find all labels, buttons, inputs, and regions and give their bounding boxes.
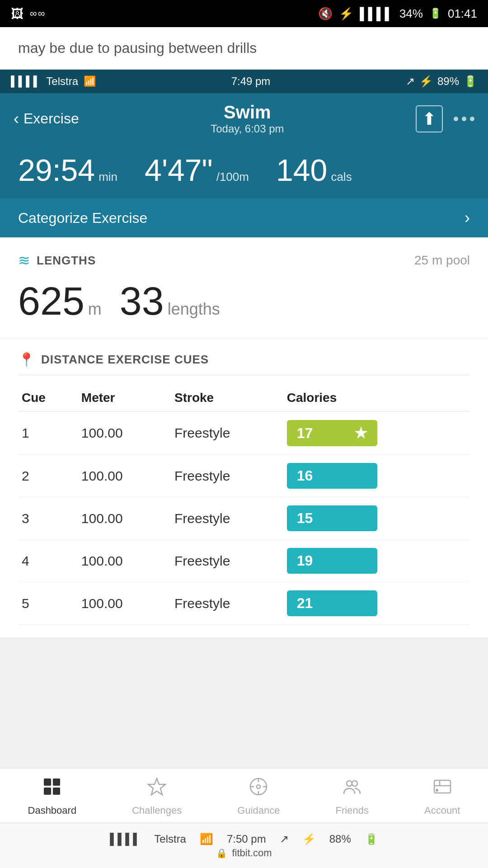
svg-rect-0 bbox=[44, 778, 51, 786]
bottom-signal-icon: ▌▌▌▌ bbox=[110, 833, 141, 845]
nav-item-account[interactable]: Account bbox=[424, 777, 460, 816]
battery-icon: 🔋 bbox=[429, 8, 441, 19]
calorie-value: 21 bbox=[297, 595, 313, 612]
stat-duration-unit: min bbox=[99, 170, 117, 184]
pool-size: 25 m pool bbox=[414, 253, 470, 268]
dot-1 bbox=[454, 117, 458, 121]
calorie-badge: 21 bbox=[287, 590, 377, 616]
status-bar-bottom: ▌▌▌▌ Telstra 📶 7:50 pm ↗ ⚡ 88% 🔋 🔒 fitbi… bbox=[0, 823, 488, 868]
cell-calories: 15 bbox=[283, 497, 470, 540]
back-chevron-icon: ‹ bbox=[14, 109, 19, 128]
cell-meter: 100.00 bbox=[78, 412, 171, 455]
bottom-url-row: 🔒 fitbit.com bbox=[216, 847, 272, 859]
dashboard-icon bbox=[42, 777, 62, 801]
table-row: 2100.00Freestyle16 bbox=[18, 455, 470, 497]
voicemail-icon: ∞∞ bbox=[30, 8, 46, 19]
wave-icon: ≋ bbox=[18, 252, 30, 269]
top-note-text: may be due to pausing between drills bbox=[0, 27, 488, 70]
nav-item-dashboard[interactable]: Dashboard bbox=[28, 777, 77, 816]
distance-stat: 625 m bbox=[18, 278, 102, 324]
categorize-chevron-icon: › bbox=[465, 208, 470, 227]
guidance-icon bbox=[249, 777, 268, 801]
inner-location-icon: ↗ bbox=[406, 75, 415, 88]
stat-duration-value: 29:54 bbox=[18, 152, 95, 188]
calorie-value: 17 bbox=[297, 425, 313, 442]
svg-rect-1 bbox=[53, 778, 60, 786]
exercise-subtitle: Today, 6:03 pm bbox=[211, 123, 284, 135]
cell-meter: 100.00 bbox=[78, 455, 171, 497]
calorie-value: 15 bbox=[297, 510, 313, 527]
lengths-count-stat: 33 lengths bbox=[120, 278, 220, 324]
cell-cue: 5 bbox=[18, 582, 78, 625]
nav-label-dashboard: Dashboard bbox=[28, 805, 77, 816]
exercise-header: ‹ Exercise Swim Today, 6:03 pm ⬆ bbox=[0, 93, 488, 144]
lengths-section-header: ≋ LENGTHS 25 m pool bbox=[18, 252, 470, 269]
categorize-row[interactable]: Categorize Exercise › bbox=[0, 198, 488, 237]
dot-2 bbox=[462, 117, 466, 121]
cell-meter: 100.00 bbox=[78, 582, 171, 625]
battery-percent: 34% bbox=[399, 7, 423, 21]
table-row: 5100.00Freestyle21 bbox=[18, 582, 470, 625]
stat-calories-value: 140 bbox=[276, 152, 327, 188]
lengths-big-stats: 625 m 33 lengths bbox=[18, 278, 470, 324]
stat-pace: 4'47" /100m bbox=[145, 152, 249, 188]
stat-calories-unit: cals bbox=[331, 170, 352, 184]
cell-stroke: Freestyle bbox=[171, 455, 283, 497]
bluetooth-icon: ⚡ bbox=[339, 7, 353, 21]
nav-item-challenges[interactable]: Challenges bbox=[132, 777, 182, 816]
lengths-title: LENGTHS bbox=[37, 254, 96, 268]
cell-stroke: Freestyle bbox=[171, 497, 283, 540]
bottom-battery-icon: 🔋 bbox=[365, 833, 378, 845]
cell-cue: 3 bbox=[18, 497, 78, 540]
lock-icon: 🔒 bbox=[216, 848, 227, 859]
cues-table: Cue Meter Stroke Calories 1100.00Freesty… bbox=[18, 384, 470, 625]
calorie-badge: 17★ bbox=[287, 420, 377, 446]
cues-header-row: 📍 DISTANCE EXERCISE CUES bbox=[18, 352, 470, 375]
table-header-row: Cue Meter Stroke Calories bbox=[18, 384, 470, 412]
inner-carrier: Telstra bbox=[46, 75, 78, 88]
image-icon: 🖼 bbox=[11, 6, 23, 21]
back-label: Exercise bbox=[23, 110, 79, 127]
cell-calories: 19 bbox=[283, 540, 470, 582]
nav-item-friends[interactable]: Friends bbox=[336, 777, 369, 816]
clock: 01:41 bbox=[448, 7, 477, 21]
inner-time: 7:49 pm bbox=[231, 75, 271, 88]
stat-calories: 140 cals bbox=[276, 152, 352, 188]
fitbit-url: fitbit.com bbox=[232, 847, 272, 859]
inner-status-left: ▌▌▌▌ Telstra 📶 bbox=[11, 75, 96, 88]
signal-icon: ▌▌▌▌ bbox=[360, 7, 393, 21]
cues-title: DISTANCE EXERCISE CUES bbox=[41, 353, 209, 367]
more-options[interactable] bbox=[454, 117, 474, 121]
pin-icon: 📍 bbox=[18, 352, 35, 368]
svg-point-6 bbox=[257, 785, 260, 788]
cell-stroke: Freestyle bbox=[171, 412, 283, 455]
back-button[interactable]: ‹ Exercise bbox=[14, 109, 79, 128]
cell-calories: 21 bbox=[283, 582, 470, 625]
cell-cue: 4 bbox=[18, 540, 78, 582]
col-stroke: Stroke bbox=[171, 384, 283, 412]
table-row: 3100.00Freestyle15 bbox=[18, 497, 470, 540]
exercise-card: ▌▌▌▌ Telstra 📶 7:49 pm ↗ ⚡ 89% 🔋 ‹ Exerc… bbox=[0, 70, 488, 237]
inner-status-bar: ▌▌▌▌ Telstra 📶 7:49 pm ↗ ⚡ 89% 🔋 bbox=[0, 70, 488, 93]
stat-duration: 29:54 min bbox=[18, 152, 117, 188]
nav-label-friends: Friends bbox=[336, 805, 369, 816]
dot-3 bbox=[470, 117, 474, 121]
status-bar-right: 🔇 ⚡ ▌▌▌▌ 34% 🔋 01:41 bbox=[318, 7, 477, 21]
stat-pace-value: 4'47" bbox=[145, 152, 213, 188]
inner-battery-pct: 89% bbox=[437, 75, 459, 88]
stats-row: 29:54 min 4'47" /100m 140 cals bbox=[0, 144, 488, 198]
cell-stroke: Freestyle bbox=[171, 582, 283, 625]
lengths-count-unit: lengths bbox=[168, 300, 220, 319]
nav-item-guidance[interactable]: Guidance bbox=[237, 777, 280, 816]
lengths-count-value: 33 bbox=[120, 278, 164, 324]
mute-icon: 🔇 bbox=[318, 7, 333, 21]
calorie-badge: 15 bbox=[287, 505, 377, 531]
col-cue: Cue bbox=[18, 384, 78, 412]
star-icon: ★ bbox=[354, 425, 367, 442]
categorize-label: Categorize Exercise bbox=[18, 210, 147, 226]
share-icon[interactable]: ⬆ bbox=[416, 105, 443, 132]
distance-value: 625 bbox=[18, 278, 84, 324]
lengths-section: ≋ LENGTHS 25 m pool 625 m 33 lengths bbox=[0, 237, 488, 339]
calorie-value: 16 bbox=[297, 467, 313, 484]
friends-icon bbox=[342, 777, 362, 801]
